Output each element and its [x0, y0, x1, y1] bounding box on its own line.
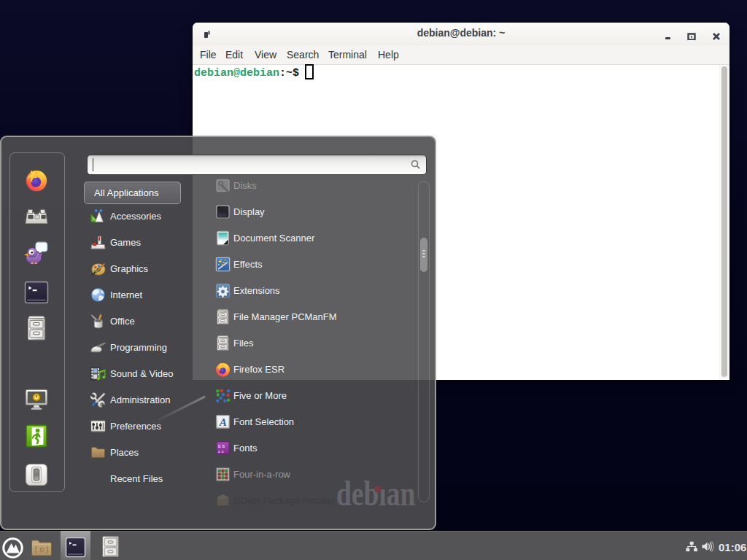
svg-text:a a: a a: [218, 443, 225, 448]
svg-text:a a: a a: [218, 448, 224, 454]
svg-text:A: A: [219, 416, 227, 428]
